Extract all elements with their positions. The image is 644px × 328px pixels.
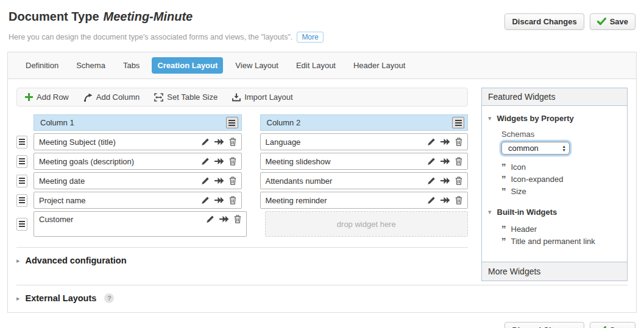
widget-cell[interactable]: Meeting reminder bbox=[260, 192, 469, 209]
edit-pencil-icon[interactable] bbox=[427, 196, 436, 204]
move-widget-icon[interactable] bbox=[214, 138, 224, 145]
widget-item-label: Icon-expanded bbox=[511, 173, 564, 185]
more-widgets-section[interactable]: More Widgets bbox=[482, 262, 627, 281]
edit-pencil-icon[interactable] bbox=[201, 196, 210, 204]
document-type-name: Meeting-Minute bbox=[104, 10, 193, 23]
edit-pencil-icon[interactable] bbox=[201, 176, 210, 185]
tab-view-layout[interactable]: View Layout bbox=[230, 57, 284, 74]
widget-item-icon[interactable]: ” Icon bbox=[501, 161, 621, 173]
external-layouts-toggle[interactable]: ▸ External Layouts ? bbox=[16, 293, 628, 303]
layout-tabbar: Definition Schema Tabs Creation Layout V… bbox=[8, 52, 636, 79]
built-in-widgets-toggle[interactable]: ▾ Built-in Widgets bbox=[488, 208, 621, 217]
row-drag-handle-icon[interactable] bbox=[16, 155, 27, 168]
page-header: Document TypeMeeting-Minute Discard Chan… bbox=[0, 0, 644, 43]
page-subtitle: Here you can design the document type's … bbox=[9, 33, 292, 41]
edit-pencil-icon[interactable] bbox=[201, 138, 210, 146]
widget-item-icon-expanded[interactable]: ” Icon-expanded bbox=[501, 173, 621, 185]
header-spacer bbox=[16, 114, 34, 131]
delete-trash-icon[interactable] bbox=[234, 215, 241, 223]
widgets-by-property-toggle[interactable]: ▾ Widgets by Property bbox=[488, 114, 621, 123]
widget-cell[interactable]: Language bbox=[260, 133, 469, 150]
widget-actions bbox=[427, 157, 462, 166]
edit-pencil-icon[interactable] bbox=[427, 157, 436, 166]
widget-item-label: Icon bbox=[511, 161, 526, 173]
tab-creation-layout[interactable]: Creation Layout bbox=[152, 57, 223, 74]
set-table-size-button[interactable]: Set Table Size bbox=[154, 92, 218, 102]
widget-cell[interactable]: Project name bbox=[34, 192, 242, 209]
widget-actions bbox=[427, 196, 462, 204]
save-button-label: Save bbox=[610, 326, 628, 328]
layout-designer-column: Add Row Add Column Set Table Size Import… bbox=[16, 88, 468, 269]
bottom-action-bar: Discard Changes Save bbox=[0, 322, 635, 328]
widget-item-label: Title and permanent link bbox=[511, 236, 595, 247]
move-widget-icon[interactable] bbox=[214, 177, 224, 184]
widgets-sidebar: Featured Widgets ▾ Widgets by Property S… bbox=[481, 88, 628, 281]
widget-cell[interactable]: Customer bbox=[34, 211, 247, 237]
widget-item-size[interactable]: ” Size bbox=[501, 185, 621, 197]
edit-pencil-icon[interactable] bbox=[427, 138, 436, 146]
edit-pencil-icon[interactable] bbox=[427, 176, 436, 185]
drop-widget-zone[interactable]: drop widget here bbox=[265, 211, 469, 237]
save-button[interactable]: Save bbox=[590, 322, 635, 328]
advanced-configuration-toggle[interactable]: ▸ Advanced configuration bbox=[16, 256, 468, 265]
document-type-editor: Definition Schema Tabs Creation Layout V… bbox=[7, 52, 637, 313]
tab-header-layout[interactable]: Header Layout bbox=[348, 57, 411, 74]
edit-pencil-icon[interactable] bbox=[201, 157, 210, 166]
widget-cell[interactable]: Meeting date bbox=[34, 172, 242, 189]
add-row-button[interactable]: Add Row bbox=[25, 92, 69, 102]
table-row: Project name Meeting reminder bbox=[16, 192, 468, 209]
widget-quote-icon: ” bbox=[501, 235, 506, 246]
add-column-button[interactable]: Add Column bbox=[83, 92, 140, 102]
more-info-button[interactable]: More bbox=[297, 32, 323, 43]
delete-trash-icon[interactable] bbox=[455, 138, 462, 146]
layout-grid: Column 1 Column 2 Me bbox=[16, 114, 468, 237]
widget-cell[interactable]: Meeting goals (description) bbox=[34, 153, 242, 170]
tab-edit-layout[interactable]: Edit Layout bbox=[291, 57, 341, 74]
widget-item-title-permanent-link[interactable]: ” Title and permanent link bbox=[501, 235, 621, 247]
widget-cell[interactable]: Meeting slideshow bbox=[260, 153, 469, 170]
move-widget-icon[interactable] bbox=[214, 158, 224, 165]
row-drag-handle-icon[interactable] bbox=[16, 218, 27, 231]
move-widget-icon[interactable] bbox=[441, 158, 450, 165]
caret-down-icon: ▾ bbox=[488, 114, 492, 122]
discard-changes-button[interactable]: Discard Changes bbox=[504, 13, 584, 30]
edit-pencil-icon[interactable] bbox=[206, 215, 214, 223]
save-button[interactable]: Save bbox=[590, 13, 635, 30]
move-widget-icon[interactable] bbox=[441, 177, 450, 184]
delete-trash-icon[interactable] bbox=[229, 196, 236, 204]
save-button-label: Save bbox=[610, 17, 628, 26]
move-widget-icon[interactable] bbox=[441, 138, 450, 145]
row-drag-handle-icon[interactable] bbox=[16, 175, 27, 187]
featured-widgets-panel: Featured Widgets ▾ Widgets by Property S… bbox=[481, 88, 628, 281]
delete-trash-icon[interactable] bbox=[229, 157, 236, 166]
widget-cell[interactable]: Attendants number bbox=[260, 172, 469, 189]
import-layout-label: Import Layout bbox=[244, 92, 293, 102]
featured-widgets-header: Featured Widgets bbox=[482, 88, 627, 106]
widget-item-header[interactable]: ” Header bbox=[501, 223, 621, 235]
help-icon[interactable]: ? bbox=[104, 293, 114, 303]
delete-trash-icon[interactable] bbox=[229, 138, 236, 146]
discard-changes-button[interactable]: Discard Changes bbox=[504, 322, 584, 328]
delete-trash-icon[interactable] bbox=[455, 157, 462, 166]
widget-label: Attendants number bbox=[266, 176, 333, 186]
top-action-bar: Discard Changes Save bbox=[504, 13, 635, 30]
row-drag-handle-icon[interactable] bbox=[16, 136, 27, 148]
import-layout-button[interactable]: Import Layout bbox=[232, 92, 293, 102]
row-drag-handle-icon[interactable] bbox=[16, 194, 27, 207]
delete-trash-icon[interactable] bbox=[455, 196, 462, 204]
delete-trash-icon[interactable] bbox=[229, 176, 236, 185]
widget-cell[interactable]: Meeting Subject (title) bbox=[34, 133, 242, 150]
column-1-menu-icon[interactable] bbox=[226, 117, 238, 128]
schema-select[interactable]: common ▲▼ bbox=[501, 142, 570, 155]
select-arrows-icon: ▲▼ bbox=[562, 145, 566, 152]
tab-tabs[interactable]: Tabs bbox=[118, 57, 145, 74]
tab-definition[interactable]: Definition bbox=[20, 57, 64, 74]
column-2-menu-icon[interactable] bbox=[452, 117, 464, 128]
move-widget-icon[interactable] bbox=[441, 197, 450, 204]
move-widget-icon[interactable] bbox=[214, 197, 224, 204]
delete-trash-icon[interactable] bbox=[455, 176, 462, 185]
tab-schema[interactable]: Schema bbox=[71, 57, 111, 74]
move-widget-icon[interactable] bbox=[219, 215, 229, 223]
widget-label: Meeting goals (description) bbox=[39, 157, 134, 166]
column-1-header: Column 1 bbox=[34, 114, 242, 131]
